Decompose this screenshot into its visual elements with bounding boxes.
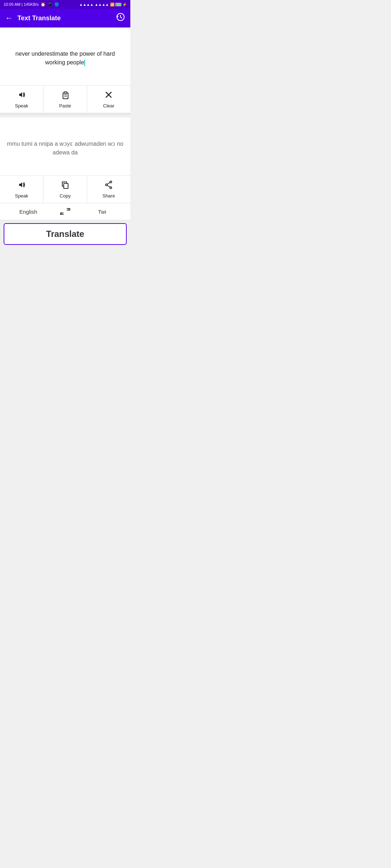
whatsapp-icon: 📱 [47, 2, 52, 7]
svg-point-8 [110, 181, 112, 183]
status-bar: 10:05 AM | 145KB/s ⏰ 📱 🔵 ▲▲▲▲ ▲▲▲▲ 📶 63 … [0, 0, 130, 9]
clear-button[interactable]: Clear [87, 86, 130, 113]
header-left: ← Text Translate [5, 13, 61, 23]
speak-output-icon [17, 180, 26, 192]
text-output-area: mmu tumi a nnipa a wɔyɛ adwumaden wɔ no … [0, 118, 130, 175]
copy-icon [60, 180, 70, 192]
language-switch-button[interactable] [56, 207, 74, 216]
share-button[interactable]: Share [87, 176, 130, 203]
status-left: 10:05 AM | 145KB/s ⏰ 📱 🔵 [4, 2, 59, 7]
output-section: mmu tumi a nnipa a wɔyɛ adwumaden wɔ no … [0, 115, 130, 203]
text-cursor [84, 60, 85, 66]
svg-line-12 [107, 186, 110, 187]
input-section: never underestimate the power of hard wo… [0, 27, 130, 113]
paste-label: Paste [59, 103, 71, 109]
paste-button[interactable]: Paste [43, 86, 87, 113]
speak-output-label: Speak [15, 193, 28, 199]
output-action-buttons: Speak Copy Share [0, 175, 130, 203]
speak-input-icon [17, 90, 26, 102]
status-right: ▲▲▲▲ ▲▲▲▲ 📶 63 ⚡ [79, 3, 127, 7]
page-title: Text Translate [17, 14, 61, 22]
status-time: 10:05 AM | 145KB/s [4, 2, 39, 7]
language-bar: English Twi [0, 203, 130, 220]
source-language-button[interactable]: English [0, 203, 56, 220]
battery-icon: 63 [115, 3, 121, 6]
clear-label: Clear [103, 103, 114, 109]
share-icon [104, 180, 113, 192]
history-button[interactable] [116, 12, 125, 24]
back-button[interactable]: ← [5, 13, 13, 23]
alarm-icon: ⏰ [41, 2, 46, 7]
speak-input-label: Speak [15, 103, 28, 109]
speak-input-button[interactable]: Speak [0, 86, 43, 113]
svg-line-11 [107, 183, 110, 184]
charging-icon: ⚡ [122, 3, 127, 7]
copy-button[interactable]: Copy [43, 176, 87, 203]
translate-button[interactable]: Translate [4, 223, 127, 245]
svg-rect-1 [63, 93, 68, 99]
signal1-icon: ▲▲▲▲ [79, 3, 94, 7]
paste-icon [60, 90, 70, 102]
svg-point-10 [106, 184, 108, 186]
copy-label: Copy [60, 193, 71, 199]
text-input-area[interactable]: never underestimate the power of hard wo… [0, 27, 130, 85]
output-text: mmu tumi a nnipa a wɔyɛ adwumaden wɔ no … [6, 140, 125, 157]
data-icon: 🔵 [54, 2, 59, 7]
speak-output-button[interactable]: Speak [0, 176, 43, 203]
input-text[interactable]: never underestimate the power of hard wo… [6, 50, 125, 67]
input-action-buttons: Speak Paste Clear [0, 85, 130, 113]
clear-icon [104, 90, 113, 102]
share-label: Share [102, 193, 115, 199]
target-language-button[interactable]: Twi [74, 203, 130, 220]
wifi-icon: 📶 [110, 3, 114, 7]
app-header: ← Text Translate [0, 9, 130, 27]
svg-rect-7 [64, 183, 68, 188]
svg-rect-2 [64, 92, 67, 93]
svg-point-9 [110, 187, 112, 189]
signal2-icon: ▲▲▲▲ [94, 3, 109, 7]
